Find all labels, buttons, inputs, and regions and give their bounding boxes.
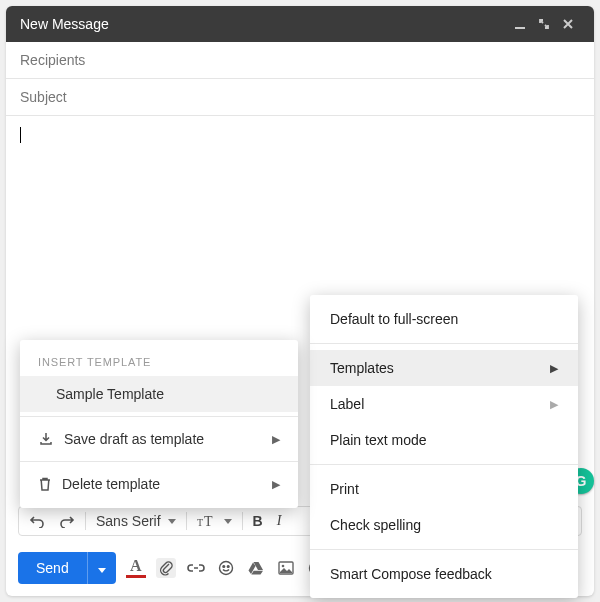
- svg-point-4: [223, 566, 225, 568]
- minimize-icon[interactable]: [508, 18, 532, 30]
- submenu-item-sample-template[interactable]: Sample Template: [20, 376, 298, 412]
- svg-point-7: [281, 565, 284, 568]
- menu-item-smart-compose[interactable]: Smart Compose feedback: [310, 556, 578, 592]
- bold-button[interactable]: B: [249, 511, 267, 531]
- chevron-down-icon: [168, 519, 176, 524]
- menu-item-templates[interactable]: Templates ▶: [310, 350, 578, 386]
- formatting-button[interactable]: A: [126, 558, 146, 578]
- fullscreen-icon[interactable]: [532, 18, 556, 30]
- submenu-header: INSERT TEMPLATE: [20, 346, 298, 376]
- menu-item-check-spelling[interactable]: Check spelling: [310, 507, 578, 543]
- attach-file-button[interactable]: [156, 558, 176, 578]
- emoji-button[interactable]: [216, 558, 236, 578]
- chevron-down-icon: [224, 519, 232, 524]
- font-name: Sans Serif: [96, 513, 161, 529]
- window-title: New Message: [20, 16, 109, 32]
- svg-text:T: T: [197, 517, 203, 528]
- send-label: Send: [18, 552, 87, 584]
- menu-label: Label: [330, 396, 364, 412]
- menu-item-plain-text[interactable]: Plain text mode: [310, 422, 578, 458]
- chevron-right-icon: ▶: [272, 433, 280, 446]
- menu-label: Print: [330, 481, 359, 497]
- chevron-down-icon: [98, 568, 106, 573]
- undo-button[interactable]: [25, 512, 49, 530]
- insert-image-button[interactable]: [276, 558, 296, 578]
- recipients-field[interactable]: Recipients: [6, 42, 594, 79]
- close-icon[interactable]: [556, 18, 580, 30]
- more-options-menu: Default to full-screen Templates ▶ Label…: [310, 295, 578, 598]
- font-dropdown[interactable]: Sans Serif: [92, 511, 180, 531]
- send-options-dropdown[interactable]: [87, 552, 116, 584]
- svg-point-5: [227, 566, 229, 568]
- menu-item-print[interactable]: Print: [310, 471, 578, 507]
- italic-button[interactable]: I: [273, 511, 286, 531]
- chevron-right-icon: ▶: [550, 362, 558, 375]
- submenu-label: Delete template: [62, 476, 160, 492]
- menu-item-label[interactable]: Label ▶: [310, 386, 578, 422]
- titlebar: New Message: [6, 6, 594, 42]
- submenu-item-save-draft[interactable]: Save draft as template ▶: [20, 421, 298, 457]
- svg-text:T: T: [204, 514, 213, 529]
- trash-icon: [38, 476, 52, 492]
- text-cursor: [20, 127, 21, 143]
- menu-label: Check spelling: [330, 517, 421, 533]
- redo-button[interactable]: [55, 512, 79, 530]
- submenu-label: Save draft as template: [64, 431, 204, 447]
- chevron-right-icon: ▶: [272, 478, 280, 491]
- subject-placeholder: Subject: [20, 89, 67, 105]
- menu-item-default-fullscreen[interactable]: Default to full-screen: [310, 301, 578, 337]
- send-button[interactable]: Send: [18, 552, 116, 584]
- insert-link-button[interactable]: [186, 558, 206, 578]
- templates-submenu: INSERT TEMPLATE Sample Template Save dra…: [20, 340, 298, 508]
- menu-label: Default to full-screen: [330, 311, 458, 327]
- menu-label: Smart Compose feedback: [330, 566, 492, 582]
- submenu-label: Sample Template: [56, 386, 164, 402]
- font-size-button[interactable]: TT: [193, 511, 236, 531]
- chevron-right-icon: ▶: [550, 398, 558, 411]
- recipients-placeholder: Recipients: [20, 52, 85, 68]
- submenu-item-delete-template[interactable]: Delete template ▶: [20, 466, 298, 502]
- download-icon: [38, 431, 54, 447]
- svg-rect-0: [515, 27, 525, 29]
- drive-button[interactable]: [246, 558, 266, 578]
- svg-point-3: [219, 562, 232, 575]
- menu-label: Templates: [330, 360, 394, 376]
- subject-field[interactable]: Subject: [6, 79, 594, 116]
- menu-label: Plain text mode: [330, 432, 427, 448]
